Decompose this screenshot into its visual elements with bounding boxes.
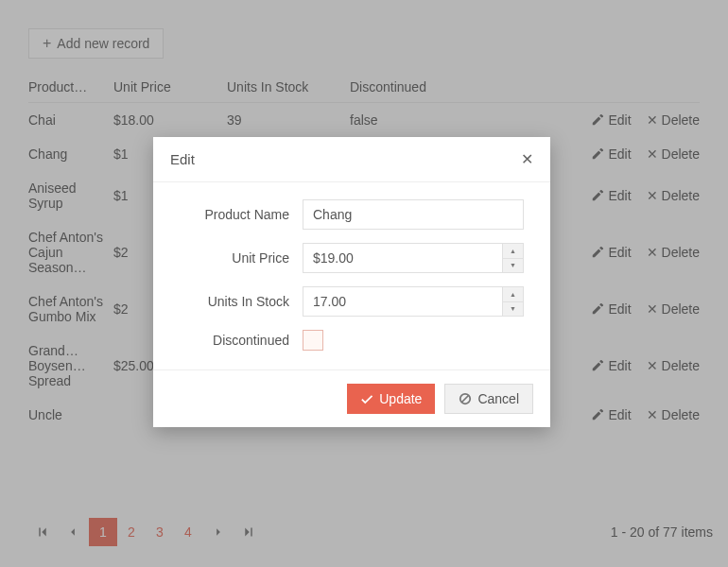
dialog-title: Edit (170, 151, 195, 167)
svg-line-1 (462, 396, 469, 403)
unit-price-label: Unit Price (180, 250, 303, 266)
units-stock-step-down[interactable] (502, 301, 523, 317)
product-name-input[interactable] (303, 199, 524, 230)
dialog-body: Product Name Unit Price Units In Stock (153, 182, 550, 369)
units-stock-step-up[interactable] (502, 287, 523, 301)
dialog-header: Edit ✕ (153, 137, 550, 182)
unit-price-input[interactable] (303, 243, 524, 273)
discontinued-label: Discontinued (180, 333, 303, 348)
unit-price-step-down[interactable] (502, 258, 523, 273)
update-button-label: Update (379, 391, 422, 406)
units-stock-label: Units In Stock (180, 294, 303, 309)
dialog-footer: Update Cancel (153, 369, 550, 427)
edit-dialog: Edit ✕ Product Name Unit Price Units In … (153, 137, 550, 427)
cancel-button[interactable]: Cancel (444, 384, 533, 414)
close-icon[interactable]: ✕ (521, 150, 533, 168)
update-button[interactable]: Update (347, 384, 435, 414)
unit-price-step-up[interactable] (502, 244, 523, 258)
units-stock-input[interactable] (303, 286, 524, 317)
product-name-label: Product Name (180, 207, 303, 222)
discontinued-checkbox[interactable] (303, 330, 323, 351)
cancel-button-label: Cancel (477, 391, 519, 406)
